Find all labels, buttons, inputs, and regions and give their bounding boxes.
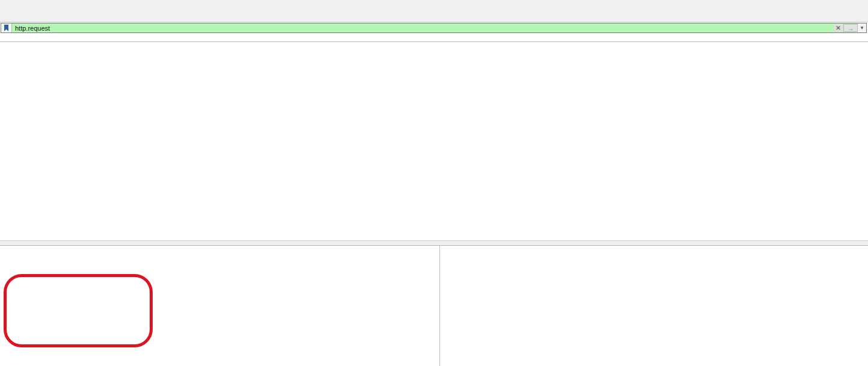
filter-bar: http.request ✕ → ▼: [1, 23, 867, 33]
filter-clear-button[interactable]: ✕: [834, 24, 843, 32]
display-filter-input[interactable]: http.request: [12, 23, 833, 32]
filter-dropdown-caret[interactable]: ▼: [858, 23, 866, 32]
packet-list-header: [0, 33, 868, 42]
packet-bytes-pane: [444, 246, 864, 366]
pane-splitter[interactable]: [0, 240, 868, 246]
filter-apply-button[interactable]: →: [843, 24, 858, 32]
packet-details-pane: [0, 246, 440, 366]
filter-text: http.request: [15, 25, 50, 32]
bookmark-icon: [4, 25, 8, 31]
menu-bar: [0, 0, 868, 10]
filter-bookmark-button[interactable]: [1, 23, 12, 32]
packet-list: [0, 42, 868, 240]
main-toolbar: [0, 10, 868, 22]
